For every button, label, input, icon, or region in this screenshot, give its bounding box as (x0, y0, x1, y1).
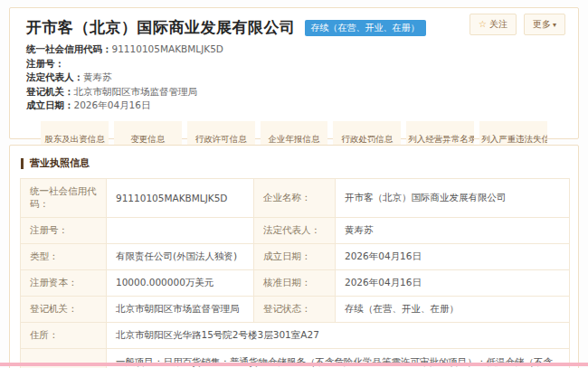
cell-value: 2026年04月16日 (336, 270, 570, 297)
cell-value: 有限责任公司(外国法人独资) (107, 244, 254, 270)
cell-label: 类型： (21, 244, 107, 270)
establish-date-label: 成立日期： (26, 99, 74, 110)
page-title: 开市客（北京）国际商业发展有限公司 (26, 17, 296, 38)
table-row: 登记机关： 北京市朝阳区市场监督管理局 登记状态： 存续（在营、开业、在册） (21, 297, 570, 323)
cell-label: 成立日期： (254, 244, 336, 270)
cell-label: 核准日期： (254, 270, 336, 297)
cell-value: 2026年04月16日 (336, 244, 570, 270)
section-title: 营业执照信息 (30, 156, 90, 170)
table-row: 统一社会信用代码： 91110105MAKBMLJK5D 企业名称： 开市客（北… (21, 179, 570, 218)
cell-value: 北京市朝阳区市场监督管理局 (107, 297, 254, 323)
cell-label: 注册号： (21, 218, 107, 244)
cell-label: 企业名称： (254, 179, 336, 218)
cell-value: 91110105MAKBMLJK5D (107, 179, 254, 218)
chevron-down-icon: ▾ (553, 21, 556, 29)
table-row: 注册资本： 10000.000000万美元 核准日期： 2026年04月16日 (21, 270, 570, 297)
license-table: 统一社会信用代码： 91110105MAKBMLJK5D 企业名称： 开市客（北… (20, 178, 570, 368)
section-header: 营业执照信息 (10, 146, 578, 178)
company-header-card: 开市客（北京）国际商业发展有限公司 存续（在营、开业、在册） ☆关注 更多▾ 统… (9, 7, 579, 139)
info-line-establish-date: 成立日期：2026年04月16日 (26, 99, 562, 113)
section-accent-bar (21, 158, 24, 169)
cell-value: 开市客（北京）国际商业发展有限公司 (336, 179, 570, 218)
registry-value: 北京市朝阳区市场监督管理局 (74, 86, 198, 97)
cell-label: 住所： (21, 323, 107, 349)
credit-code-label: 统一社会信用代码： (26, 43, 112, 54)
cell-value: 存续（在营、开业、在册） (336, 297, 570, 323)
cell-value: 10000.000000万美元 (107, 270, 254, 297)
cell-label: 注册资本： (21, 270, 107, 297)
company-info-page: 开市客（北京）国际商业发展有限公司 存续（在营、开业、在册） ☆关注 更多▾ 统… (0, 0, 588, 368)
info-line-reg-number: 注册号： (26, 57, 562, 71)
table-row-address: 住所： 北京市朝阳区光华路15号院2号楼3层301室A27 (21, 323, 570, 349)
cell-value (107, 218, 254, 244)
more-button-label: 更多 (533, 19, 551, 29)
company-info-lines: 统一社会信用代码：91110105MAKBMLJK5D 注册号： 法定代表人：黄… (26, 42, 562, 113)
info-line-registry: 登记机关：北京市朝阳区市场监督管理局 (26, 85, 562, 99)
follow-button-label: 关注 (489, 19, 507, 29)
cell-value: 黄寿苏 (336, 218, 570, 244)
info-line-credit-code: 统一社会信用代码：91110105MAKBMLJK5D (26, 42, 562, 57)
cell-label: 登记机关： (21, 297, 107, 323)
legal-rep-value: 黄寿苏 (83, 71, 112, 82)
table-row: 类型： 有限责任公司(外国法人独资) 成立日期： 2026年04月16日 (21, 244, 570, 270)
license-info-card: 营业执照信息 统一社会信用代码： 91110105MAKBMLJK5D 企业名称… (9, 145, 579, 368)
bottom-pink-bar (0, 363, 588, 366)
legal-rep-label: 法定代表人： (26, 71, 83, 82)
follow-button[interactable]: ☆关注 (469, 14, 517, 35)
more-button[interactable]: 更多▾ (524, 14, 565, 35)
reg-number-label: 注册号： (26, 58, 64, 69)
cell-label: 法定代表人： (254, 218, 336, 244)
registry-label: 登记机关： (26, 86, 74, 97)
table-row: 注册号： 法定代表人： 黄寿苏 (21, 218, 570, 244)
status-badge: 存续（在营、开业、在册） (305, 20, 426, 36)
credit-code-value: 91110105MAKBMLJK5D (112, 43, 223, 54)
cell-label: 登记状态： (254, 297, 336, 323)
info-line-legal-rep: 法定代表人：黄寿苏 (26, 71, 562, 85)
address-value: 北京市朝阳区光华路15号院2号楼3层301室A27 (107, 323, 570, 349)
cell-label: 统一社会信用代码： (21, 179, 107, 218)
establish-date-value: 2026年04月16日 (74, 99, 151, 110)
star-icon: ☆ (479, 19, 487, 29)
